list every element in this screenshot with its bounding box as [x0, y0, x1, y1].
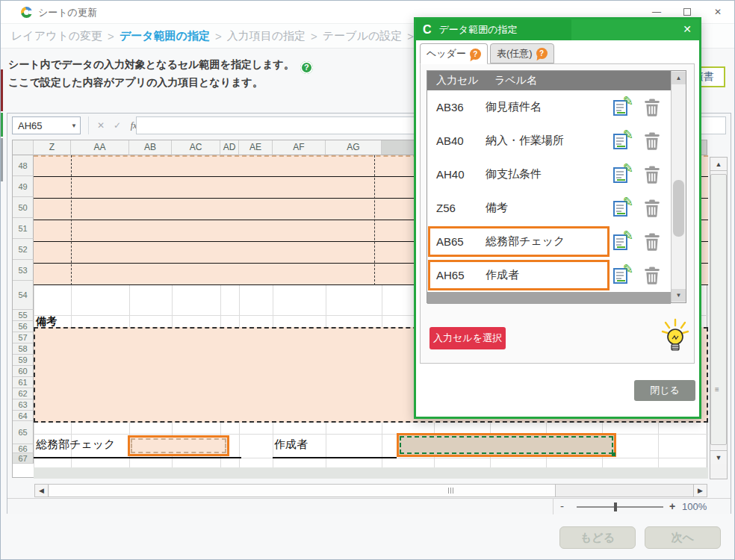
background-sliver-red [1, 69, 3, 111]
edit-label-icon[interactable]: ✎ [613, 233, 631, 251]
column-header-AA[interactable]: AA [71, 140, 129, 155]
row-header-60[interactable]: 60 [13, 366, 34, 377]
confirm-entry-icon[interactable]: ✓ [110, 120, 125, 131]
input-cell-AH65-highlight-selected[interactable] [397, 433, 616, 457]
edit-label-icon[interactable]: ✎ [613, 99, 631, 116]
input-cell-label: 総務部チェック [486, 234, 613, 249]
scroll-up-icon[interactable]: ▲ [710, 158, 727, 171]
list-item-AB36[interactable]: AB36御見積件名✎ [427, 90, 671, 124]
zoom-slider-thumb[interactable] [614, 503, 617, 511]
edit-label-icon[interactable]: ✎ [613, 267, 631, 284]
zoom-out-button[interactable]: - [560, 500, 564, 512]
list-item-AB40[interactable]: AB40納入・作業場所✎ [427, 124, 671, 158]
zoom-slider-track[interactable] [577, 506, 663, 508]
row-header-51[interactable]: 51 [13, 218, 34, 239]
list-scrollbar-thumb[interactable] [673, 180, 684, 237]
scroll-right-icon[interactable]: ▶ [693, 485, 707, 497]
list-scroll-up-icon[interactable]: ▲ [672, 72, 686, 84]
row-header-52[interactable]: 52 [13, 239, 34, 260]
breadcrumb-separator: > [311, 30, 317, 43]
horizontal-scrollbar-thumb[interactable] [49, 485, 556, 497]
row-header-66[interactable]: 66 [13, 444, 34, 453]
cancel-entry-icon[interactable]: ✕ [93, 120, 108, 131]
row-header-54[interactable]: 54 [13, 281, 34, 310]
edit-label-icon[interactable]: ✎ [613, 199, 631, 217]
breadcrumb-item[interactable]: データ範囲の指定 [120, 29, 210, 43]
background-sliver-green [1, 113, 3, 137]
delete-icon[interactable] [644, 166, 660, 184]
row-header-56[interactable]: 56 [13, 321, 34, 332]
fill-handle[interactable] [612, 452, 615, 456]
row-header-50[interactable]: 50 [13, 197, 34, 218]
column-header-AE[interactable]: AE [239, 140, 273, 155]
column-header-AG[interactable]: AG [326, 140, 382, 155]
zoom-in-button[interactable]: + [669, 500, 675, 512]
delete-icon[interactable] [644, 267, 660, 284]
row-header-58[interactable]: 58 [13, 343, 34, 355]
column-header-AC[interactable]: AC [172, 140, 220, 155]
row-header-65[interactable]: 65 [13, 421, 34, 444]
column-header-AD[interactable]: AD [220, 140, 239, 155]
edit-label-icon[interactable]: ✎ [613, 132, 631, 150]
tab-help-icon[interactable]: ? [536, 48, 548, 59]
input-cell-ref: AB40 [427, 134, 486, 147]
row-header-61[interactable]: 61 [13, 377, 34, 388]
column-header-Z[interactable]: Z [34, 140, 71, 155]
breadcrumb-item[interactable]: テーブルの設定 [323, 29, 402, 43]
delete-icon[interactable] [644, 199, 660, 217]
input-cell-AB65-highlight[interactable] [128, 435, 229, 456]
breadcrumb-item[interactable]: 入力項目の指定 [227, 29, 306, 43]
dialog-tabs: ヘッダー?表(任意)? [420, 43, 554, 64]
list-item-AB65[interactable]: AB65総務部チェック✎ [427, 225, 671, 258]
list-horizontal-scrollbar[interactable] [427, 292, 671, 304]
row-header-57[interactable]: 57 [13, 332, 34, 343]
close-window-button[interactable]: ✕ [712, 7, 724, 17]
minimize-button[interactable]: — [651, 7, 663, 17]
back-button[interactable]: もどる [559, 526, 636, 549]
list-item-AH65[interactable]: AH65作成者✎ [427, 258, 671, 292]
name-box-value: AH65 [18, 120, 43, 131]
cell-name-box[interactable]: AH65 ▼ [12, 116, 81, 134]
help-icon[interactable]: ? [300, 61, 313, 74]
row-header-53[interactable]: 53 [13, 260, 34, 281]
horizontal-scrollbar[interactable]: ◀ ▶ [34, 484, 707, 497]
tab-help-icon[interactable]: ? [470, 49, 481, 60]
breadcrumb-separator: > [215, 30, 222, 43]
column-header-AF[interactable]: AF [273, 140, 326, 155]
row-header-59[interactable]: 59 [13, 355, 34, 366]
dialog-header: C データ範囲の指定 ✕ [416, 19, 699, 40]
breadcrumb-item[interactable]: レイアウトの変更 [11, 29, 102, 43]
row-header-64[interactable]: 64 [13, 411, 34, 421]
select-input-cell-button[interactable]: 入力セルを選択 [429, 327, 506, 349]
tab-header[interactable]: ヘッダー? [420, 43, 488, 64]
next-button[interactable]: 次へ [645, 526, 721, 549]
vertical-scrollbar[interactable]: ▲ ≡ ▼ [710, 157, 728, 479]
maximize-button[interactable] [683, 8, 691, 16]
scroll-left-icon[interactable]: ◀ [35, 485, 49, 497]
edit-label-icon[interactable]: ✎ [613, 166, 631, 184]
delete-icon[interactable] [644, 99, 660, 116]
list-item-Z56[interactable]: Z56備考✎ [427, 191, 671, 225]
tab-table[interactable]: 表(任意)? [490, 43, 554, 63]
delete-icon[interactable] [644, 233, 660, 251]
grid-corner[interactable] [13, 140, 34, 155]
list-scroll-down-icon[interactable]: ▼ [672, 289, 686, 302]
row-header-63[interactable]: 63 [13, 399, 34, 411]
instruction-line2: ここで設定した内容がアプリの入力項目となります。 [8, 74, 313, 90]
dialog-close-button[interactable]: 閉じる [634, 380, 695, 401]
row-header-55[interactable]: 55 [13, 310, 34, 321]
input-cell-label: 備考 [486, 201, 613, 215]
dialog-close-icon[interactable]: ✕ [683, 23, 692, 35]
vertical-scrollbar-thumb[interactable] [710, 174, 727, 445]
scroll-down-icon[interactable]: ▼ [710, 450, 727, 464]
row-header-67[interactable]: 67 [13, 453, 34, 464]
row-header-48[interactable]: 48 [13, 155, 34, 176]
list-vertical-scrollbar[interactable]: ▲ ▼ [671, 71, 686, 302]
delete-icon[interactable] [644, 132, 660, 150]
row-header-62[interactable]: 62 [13, 388, 34, 399]
name-box-dropdown-icon[interactable]: ▼ [71, 122, 77, 129]
column-header-AB[interactable]: AB [129, 140, 172, 155]
row-header-49[interactable]: 49 [13, 176, 34, 197]
list-item-AH40[interactable]: AH40御支払条件✎ [427, 158, 671, 191]
app-logo-icon [21, 7, 32, 18]
